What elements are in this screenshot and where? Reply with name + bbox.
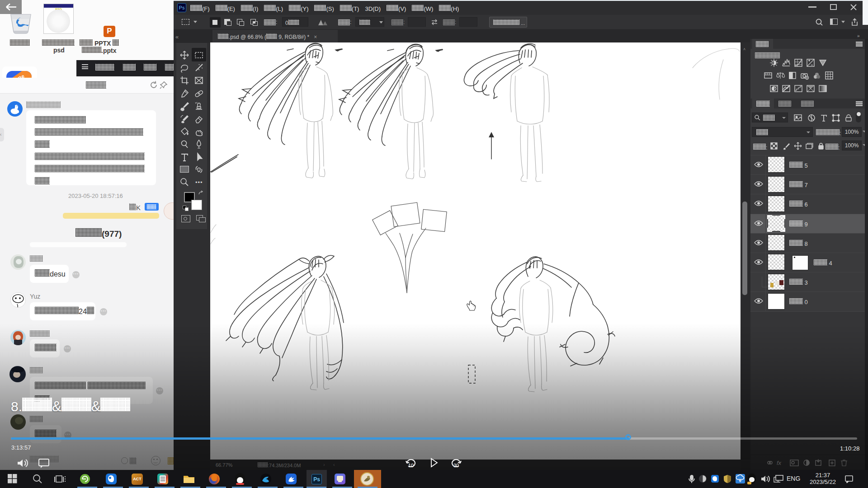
svg-text:10: 10	[408, 463, 414, 468]
svg-text:fx: fx	[777, 460, 782, 466]
svg-text:30: 30	[453, 463, 459, 468]
